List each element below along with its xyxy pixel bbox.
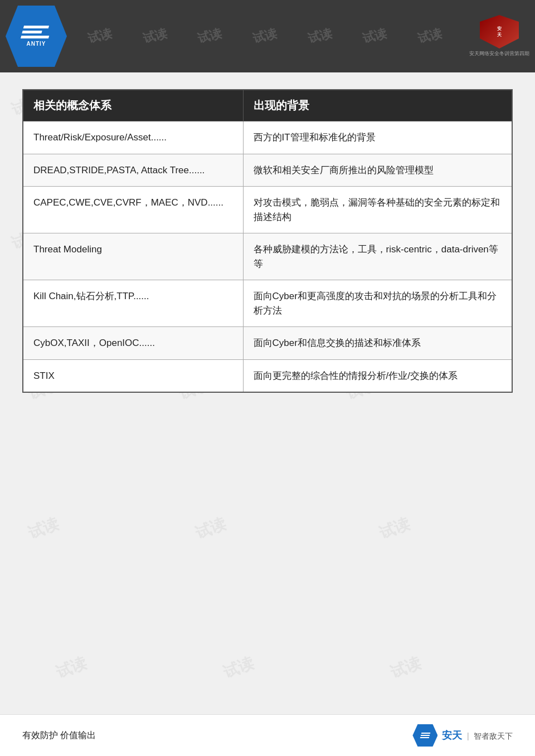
watermark-3: 试读 [196,25,223,47]
table-row: Threat Modeling各种威胁建模的方法论，工具，risk-centri… [23,233,512,280]
footer-logo-lines [420,733,431,738]
shield-icon: 安天 [480,15,519,48]
footer-line-3 [420,737,430,738]
footer-antiy-icon [412,724,437,747]
logo-text: ANTIY [27,41,46,47]
footer-separator: | [467,731,469,740]
watermark-4: 试读 [251,25,279,47]
watermark-7: 试读 [416,25,444,47]
table-row: CybOX,TAXII，OpenIOC......面向Cyber和信息交换的描述… [23,327,512,360]
watermark-2: 试读 [141,25,169,47]
logo-lines [21,26,52,38]
table-row: Threat/Risk/Exposure/Asset......西方的IT管理和… [23,121,512,154]
main-content: 相关的概念体系 出现的背景 Threat/Risk/Exposure/Asset… [22,89,513,711]
badge-label: 安天网络安全冬训营第四期 [469,50,529,57]
watermark-5: 试读 [305,25,333,47]
header: ANTIY 试读 试读 试读 试读 试读 试读 试读 安天 安天网络安全冬训营第… [0,0,535,72]
concept-table: 相关的概念体系 出现的背景 Threat/Risk/Exposure/Asset… [22,89,513,393]
footer-brand-sub: 智者敌天下 [474,731,513,740]
antiy-logo: ANTIY [6,6,67,67]
footer-logo: 安天 | 智者敌天下 [412,724,513,747]
cell-right-3: 各种威胁建模的方法论，工具，risk-centric，data-driven等等 [243,233,512,280]
watermark-1: 试读 [86,25,114,47]
header-watermarks: 试读 试读 试读 试读 试读 试读 试读 [0,0,535,72]
footer-line-1 [421,733,431,734]
cell-right-1: 微软和相关安全厂商所推出的风险管理模型 [243,154,512,187]
table-row: Kill Chain,钻石分析,TTP......面向Cyber和更高强度的攻击… [23,280,512,327]
footer: 有效防护 价值输出 安天 | 智者敌天下 [0,714,535,756]
cell-left-2: CAPEC,CWE,CVE,CVRF，MAEC，NVD...... [23,187,243,233]
cell-left-4: Kill Chain,钻石分析,TTP...... [23,280,243,327]
logo-line-2 [22,31,42,33]
header-right-badge: 安天 安天网络安全冬训营第四期 [469,15,529,57]
shield-text: 安天 [497,26,502,38]
table-row: STIX面向更完整的综合性的情报分析/作业/交换的体系 [23,359,512,392]
cell-right-2: 对攻击模式，脆弱点，漏洞等各种基础的安全元素的标定和描述结构 [243,187,512,233]
col1-header: 相关的概念体系 [23,90,243,121]
footer-brand: 安天 | 智者敌天下 [442,729,513,742]
table-row: DREAD,STRIDE,PASTA, Attack Tree......微软和… [23,154,512,187]
cell-left-0: Threat/Risk/Exposure/Asset...... [23,121,243,154]
cell-left-5: CybOX,TAXII，OpenIOC...... [23,327,243,360]
table-row: CAPEC,CWE,CVE,CVRF，MAEC，NVD......对攻击模式，脆… [23,187,512,233]
cell-left-1: DREAD,STRIDE,PASTA, Attack Tree...... [23,154,243,187]
cell-right-6: 面向更完整的综合性的情报分析/作业/交换的体系 [243,359,512,392]
col2-header: 出现的背景 [243,90,512,121]
footer-brand-name: 安天 [442,730,462,741]
footer-tagline: 有效防护 价值输出 [22,730,96,742]
watermark-6: 试读 [361,25,388,47]
cell-left-3: Threat Modeling [23,233,243,280]
cell-right-5: 面向Cyber和信息交换的描述和标准体系 [243,327,512,360]
cell-right-0: 西方的IT管理和标准化的背景 [243,121,512,154]
logo-line-1 [23,26,49,28]
logo-line-3 [21,36,49,38]
cell-left-6: STIX [23,359,243,392]
footer-line-2 [421,735,430,736]
cell-right-4: 面向Cyber和更高强度的攻击和对抗的场景的分析工具和分析方法 [243,280,512,327]
